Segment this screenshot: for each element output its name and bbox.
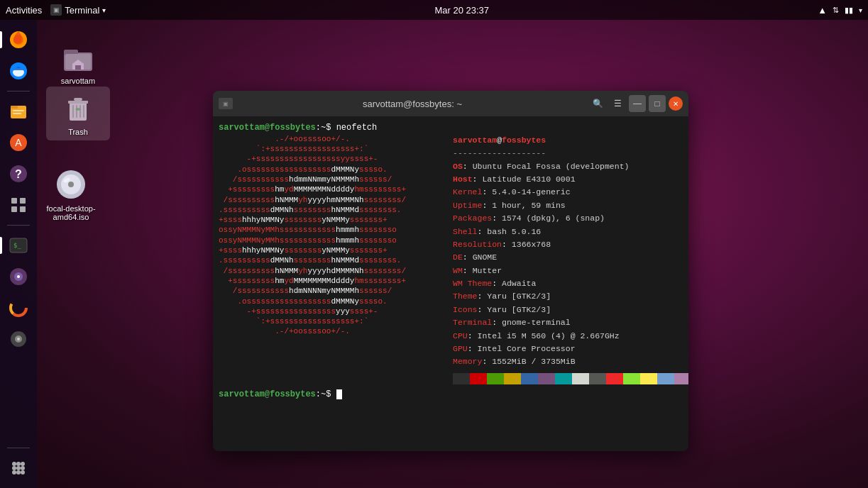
color-block-8: [589, 373, 606, 384]
svg-rect-14: [11, 206, 17, 212]
iso-label: focal-desktop-amd64.iso: [43, 204, 99, 221]
svg-rect-15: [20, 206, 26, 212]
sidebar-item-firefox[interactable]: [4, 26, 33, 54]
terminal-maximize-button[interactable]: □: [649, 95, 666, 112]
sidebar-item-appgrid[interactable]: [4, 191, 33, 219]
wifi-icon: ▲: [818, 5, 827, 16]
svg-point-48: [68, 182, 74, 187]
desktop-icon-trash[interactable]: Trash: [46, 87, 110, 140]
neofetch-color-blocks: [453, 373, 688, 384]
iso-icon-img: [54, 167, 88, 201]
svg-point-25: [17, 338, 20, 340]
terminal-prompt-line: sarvottam@fossbytes:~$: [219, 389, 683, 401]
battery-icon: ▮▮: [845, 6, 853, 15]
sidebar-separator-1: [7, 91, 30, 92]
terminal-title: sarvottam@fossbytes: ~: [238, 99, 586, 109]
color-block-4: [521, 373, 538, 384]
svg-point-26: [12, 462, 16, 466]
sidebar-bottom: [4, 445, 33, 482]
topbar: Activities ▣ Terminal ▾ Mar 20 23:37 ▲ ⇅…: [0, 0, 868, 20]
terminal-menu-label: Terminal: [65, 5, 99, 16]
color-block-11: [640, 373, 657, 384]
svg-point-29: [12, 466, 16, 470]
color-block-12: [657, 373, 674, 384]
color-block-13: [674, 373, 688, 384]
svg-text:?: ?: [15, 168, 22, 180]
neofetch-output: .-/+oossssoo+/-. `:+ssssssssssssssssss+:…: [219, 134, 683, 384]
svg-rect-12: [11, 198, 17, 204]
terminal-menu-chevron: ▾: [102, 6, 106, 14]
sidebar-item-software[interactable]: A: [4, 128, 33, 157]
color-block-1: [470, 373, 487, 384]
sidebar-item-rhythmbox[interactable]: [4, 262, 33, 291]
svg-point-30: [16, 466, 21, 470]
sidebar-item-terminal[interactable]: $_: [4, 231, 33, 260]
terminal-search-button[interactable]: 🔍: [589, 95, 606, 112]
sidebar-item-help[interactable]: ?: [4, 160, 33, 188]
desktop-icon-iso[interactable]: focal-desktop-amd64.iso: [39, 163, 103, 226]
color-block-5: [538, 373, 555, 384]
svg-rect-43: [76, 105, 77, 118]
terminal-menu-icon: ▣: [50, 4, 62, 16]
trash-icon-img: [61, 91, 95, 125]
svg-rect-44: [79, 105, 81, 118]
svg-rect-6: [13, 110, 24, 111]
sidebar-item-apps-grid[interactable]: [4, 454, 33, 482]
svg-rect-38: [75, 65, 81, 70]
svg-point-34: [21, 470, 25, 475]
neofetch-ascii-art: .-/+oossssoo+/-. `:+ssssssssssssssssss+:…: [219, 134, 453, 384]
home-folder-icon-img: [61, 40, 95, 74]
activities-button[interactable]: Activities: [6, 5, 42, 16]
svg-point-28: [21, 462, 25, 466]
svg-rect-13: [20, 198, 26, 204]
terminal-minimize-button[interactable]: —: [629, 95, 646, 112]
svg-point-33: [16, 470, 21, 475]
topbar-datetime: Mar 20 23:37: [434, 5, 489, 16]
svg-rect-40: [68, 101, 88, 104]
terminal-command-line: sarvottam@fossbytes:~$ neofetch: [219, 122, 683, 134]
color-block-0: [453, 373, 470, 384]
color-block-10: [623, 373, 640, 384]
svg-text:A: A: [15, 137, 22, 148]
svg-point-20: [17, 275, 20, 278]
sidebar-item-thunderbird[interactable]: [4, 57, 33, 85]
sidebar-separator-2: [7, 225, 30, 226]
system-indicator-chevron[interactable]: ▾: [859, 6, 862, 14]
sidebar-item-baobab[interactable]: [4, 294, 33, 322]
color-block-7: [572, 373, 589, 384]
terminal-cursor: [336, 389, 342, 399]
terminal-body[interactable]: sarvottam@fossbytes:~$ neofetch .-/+ooss…: [213, 116, 688, 451]
terminal-menu-button[interactable]: ☰: [609, 95, 626, 112]
terminal-titlebar: ▣ sarvottam@fossbytes: ~ 🔍 ☰ — □ ✕: [213, 91, 688, 116]
svg-point-31: [21, 466, 25, 470]
sidebar-separator-bottom: [7, 448, 30, 448]
network-icon: ⇅: [833, 6, 839, 15]
color-block-2: [487, 373, 504, 384]
trash-label: Trash: [68, 128, 88, 136]
home-folder-label: sarvottam: [61, 77, 95, 85]
terminal-close-button[interactable]: ✕: [669, 96, 683, 111]
svg-rect-7: [13, 113, 21, 114]
color-block-6: [555, 373, 572, 384]
svg-text:$_: $_: [13, 242, 21, 249]
svg-point-27: [16, 462, 21, 466]
sidebar: A ? $_: [0, 20, 37, 488]
svg-rect-42: [72, 105, 74, 118]
desktop-icon-home[interactable]: sarvottam: [46, 35, 110, 89]
terminal-title-icon: ▣: [219, 98, 233, 109]
svg-rect-41: [74, 98, 82, 101]
terminal-menu-item[interactable]: ▣ Terminal ▾: [50, 4, 106, 16]
terminal-window: ▣ sarvottam@fossbytes: ~ 🔍 ☰ — □ ✕ sarvo…: [213, 91, 688, 451]
svg-rect-5: [11, 106, 18, 109]
sidebar-item-files[interactable]: [4, 97, 33, 126]
svg-rect-45: [83, 105, 84, 118]
svg-point-32: [12, 470, 16, 475]
color-block-3: [504, 373, 521, 384]
topbar-indicators: ▲ ⇅ ▮▮ ▾: [818, 5, 862, 16]
sidebar-item-disk-utility[interactable]: [4, 325, 33, 353]
color-block-9: [606, 373, 623, 384]
neofetch-info-panel: sarvottam@fossbytes ------------------- …: [453, 134, 688, 384]
